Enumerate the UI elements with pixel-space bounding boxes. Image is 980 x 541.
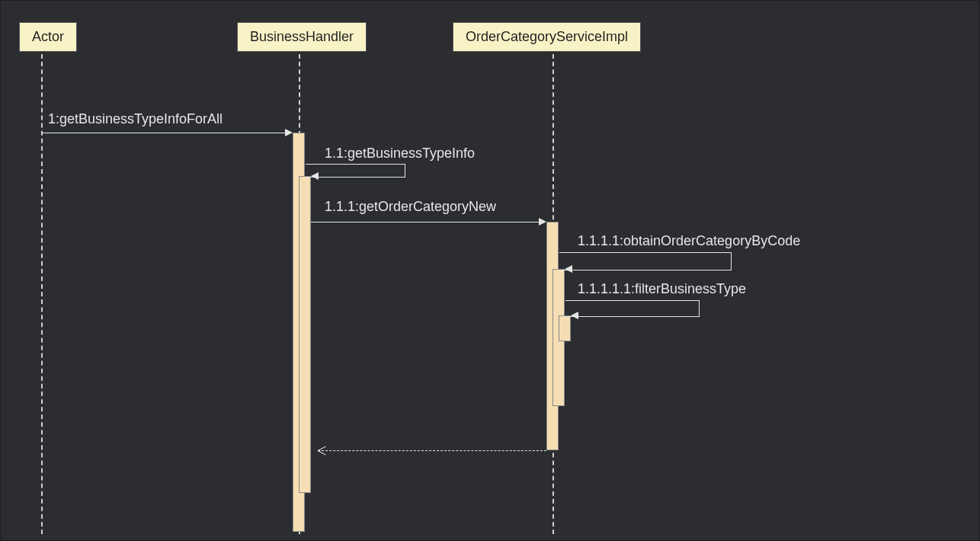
participant-actor: Actor	[19, 22, 77, 52]
sequence-diagram: Actor BusinessHandler OrderCategoryServi…	[0, 0, 980, 541]
self-call-line	[306, 164, 405, 178]
self-call-line	[565, 300, 700, 317]
message-label: 1.1:getBusinessTypeInfo	[325, 146, 475, 162]
participant-businesshandler: BusinessHandler	[237, 22, 367, 52]
self-call-line	[559, 252, 732, 270]
arrow-head-icon	[311, 172, 319, 180]
participant-ordercategoryserviceimpl: OrderCategoryServiceImpl	[453, 22, 641, 52]
lifeline-actor	[41, 54, 43, 534]
participant-label: BusinessHandler	[250, 29, 354, 44]
activation-bar	[299, 176, 311, 493]
message-label: 1.1.1.1.1:filterBusinessType	[578, 281, 746, 297]
arrow-head-icon	[571, 312, 578, 319]
return-line	[318, 450, 546, 451]
participant-label: OrderCategoryServiceImpl	[466, 29, 628, 44]
arrow-head-icon	[539, 218, 546, 226]
activation-bar	[559, 315, 571, 341]
arrow-head-icon	[285, 129, 293, 136]
participant-label: Actor	[32, 29, 64, 44]
arrow-line	[43, 133, 285, 133]
message-label: 1:getBusinessTypeInfoForAll	[48, 111, 223, 127]
arrow-head-icon	[565, 265, 572, 273]
arrow-line	[311, 222, 539, 222]
message-label: 1.1.1:getOrderCategoryNew	[325, 199, 496, 215]
message-label: 1.1.1.1:obtainOrderCategoryByCode	[578, 233, 800, 249]
